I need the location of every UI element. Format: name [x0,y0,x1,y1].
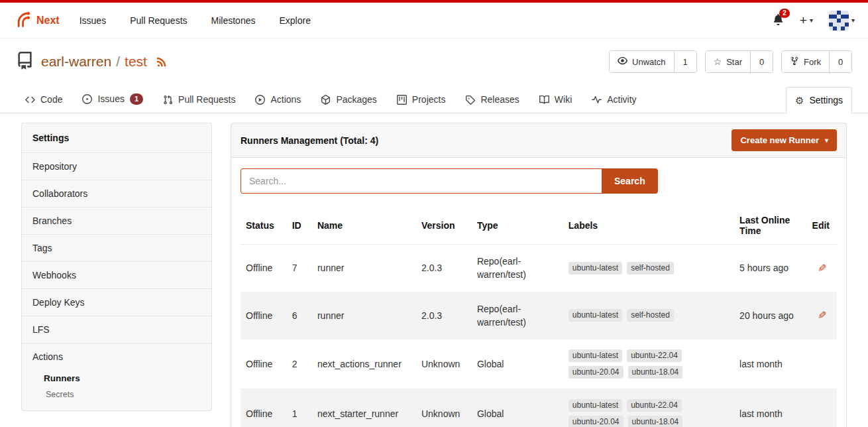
sidebar-item-deploy-keys[interactable]: Deploy Keys [22,289,211,316]
star-count[interactable]: 0 [750,51,773,72]
edit-pencil-icon[interactable]: ✎ [818,262,826,274]
top-navbar: Next Issues Pull Requests Milestones Exp… [0,0,868,38]
tab-code[interactable]: Code [16,86,72,113]
runner-type-text: Repo(earl-warren/test) [477,302,546,330]
tag-icon [465,95,475,105]
sidebar-item-branches[interactable]: Branches [22,208,211,235]
book-icon [539,95,549,105]
tab-actions[interactable]: Actions [246,86,310,113]
repo-owner-link[interactable]: earl-warren [41,54,111,70]
runner-type: Global [472,339,563,389]
runner-last-online: last month [734,339,806,389]
nav-item-issues[interactable]: Issues [80,15,106,26]
code-icon [25,95,35,105]
nav-item-milestones[interactable]: Milestones [211,15,256,26]
runner-type-text: Global [477,357,546,371]
runners-panel-body: Search Status ID Name Version Type Label… [231,158,847,427]
runner-type: Repo(earl-warren/test) [472,245,563,292]
runner-label: ubuntu-18.04 [628,366,683,379]
col-last-online-time: Last Online Time [734,207,806,245]
runner-version: 2.0.3 [416,245,472,292]
sidebar-item-actions[interactable]: Actions [22,343,211,370]
settings-sidebar: Settings Repository Collaborators Branch… [21,123,212,411]
sidebar-item-lfs[interactable]: LFS [22,316,211,343]
tab-label: Pull Requests [178,94,235,105]
create-new-menu-button[interactable]: + ▾ [800,14,813,27]
table-row: Offline 2 next_actions_runner Unknown Gl… [241,339,837,389]
gear-icon: ⚙ [795,95,804,105]
chevron-down-icon: ▾ [851,17,855,24]
tab-projects[interactable]: Projects [388,86,455,113]
tab-releases[interactable]: Releases [456,86,528,113]
sidebar-item-runners[interactable]: Runners [22,370,211,387]
package-icon [321,95,331,105]
user-avatar [829,11,849,30]
runner-search: Search [241,168,837,194]
sidebar-item-collaborators[interactable]: Collaborators [22,180,211,208]
repo-name-link[interactable]: test [125,54,147,70]
repo-tabs: Code Issues 1 Pull Requests Actions Pack… [0,82,868,113]
sidebar-item-repository[interactable]: Repository [22,153,211,180]
runner-id: 1 [287,389,312,427]
tab-activity[interactable]: Activity [582,86,645,113]
search-button[interactable]: Search [602,168,658,194]
user-menu-button[interactable]: ▾ [829,11,855,30]
sidebar-item-secrets[interactable]: Secrets [22,387,211,402]
nav-item-explore[interactable]: Explore [279,15,310,26]
tab-wiki[interactable]: Wiki [530,86,581,113]
col-version: Version [416,207,472,245]
tab-pull-requests[interactable]: Pull Requests [154,86,244,113]
tab-packages[interactable]: Packages [311,86,386,113]
runner-version: Unknown [416,389,472,427]
repo-icon [16,52,34,72]
runner-id: 6 [287,292,312,339]
notification-count-badge: 2 [779,9,790,18]
repo-action-buttons: Unwatch 1 ☆ Star 0 Fork 0 [609,50,852,73]
forgejo-logo-icon [13,10,32,30]
runner-labels: ubuntu-latest self-hosted [563,292,734,339]
table-header-row: Status ID Name Version Type Labels Last … [241,207,837,245]
rss-feed-icon[interactable] [156,56,168,68]
home-logo-link[interactable]: Next [13,10,60,30]
runner-status: Offline [241,245,287,292]
fork-button[interactable]: Fork [782,51,829,72]
col-id: ID [287,207,312,245]
nav-item-pull-requests[interactable]: Pull Requests [130,15,187,26]
tab-issues[interactable]: Issues 1 [73,86,152,113]
runners-table: Status ID Name Version Type Labels Last … [241,207,837,427]
star-button[interactable]: ☆ Star [706,51,750,72]
runner-label: ubuntu-22.04 [627,349,682,362]
star-label: Star [726,57,742,67]
search-input[interactable] [241,168,602,194]
col-labels: Labels [563,207,734,245]
runner-edit [807,339,837,389]
create-runner-label: Create new Runner [740,135,818,145]
watch-count[interactable]: 1 [674,51,696,72]
runner-label: self-hosted [627,262,674,274]
edit-pencil-icon[interactable]: ✎ [818,309,826,322]
sidebar-actions-subitems: Runners Secrets [22,370,211,410]
runner-edit: ✎ [807,292,837,339]
runner-labels: ubuntu-latest ubuntu-22.04 ubuntu-20.04 … [563,339,734,389]
runner-type-text: Repo(earl-warren/test) [477,255,546,282]
tab-label: Packages [336,94,376,105]
notifications-button[interactable]: 2 [773,14,784,27]
tab-settings[interactable]: ⚙ Settings [786,87,852,113]
runner-id: 7 [287,245,312,292]
runner-label: ubuntu-22.04 [627,399,682,412]
watch-button-group: Unwatch 1 [609,50,697,73]
runner-label: ubuntu-18.04 [628,416,683,427]
issues-count-badge: 1 [130,93,143,105]
create-runner-button[interactable]: Create new Runner ▾ [732,129,837,151]
tab-label: Issues [97,93,124,104]
runner-type: Repo(earl-warren/test) [472,292,563,339]
fork-count[interactable]: 0 [829,51,851,72]
sidebar-item-webhooks[interactable]: Webhooks [22,262,211,289]
brand-label: Next [36,15,60,27]
runner-last-online: 5 hours ago [734,245,806,292]
project-board-icon [397,95,407,105]
sidebar-title: Settings [22,123,211,153]
panel-title: Runners Management (Total: 4) [241,135,378,146]
sidebar-item-tags[interactable]: Tags [22,235,211,262]
unwatch-button[interactable]: Unwatch [610,51,674,72]
